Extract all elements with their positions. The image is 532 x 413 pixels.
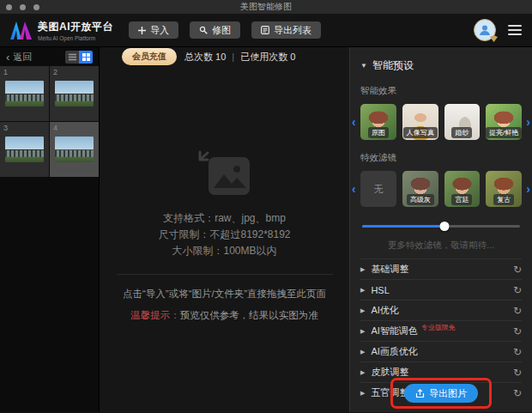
retouch-wand-icon [199, 26, 208, 34]
format-line: 支持格式：raw、jpg、bmp [158, 210, 290, 227]
back-button[interactable]: ‹ 返回 [6, 51, 32, 64]
adjustment-panel: ▼ 智能预设 智能效果 ‹ 原图 人像写真 婚纱 提亮/鲜艳 › [349, 47, 532, 412]
smart-preset-label: 智能预设 [372, 58, 414, 73]
reset-icon[interactable]: ↻ [513, 367, 522, 378]
chevron-right-icon: ▶ [360, 349, 365, 355]
chevron-right-icon: ▶ [360, 287, 365, 294]
thumbnail-photo [55, 81, 94, 106]
reset-icon[interactable]: ↻ [513, 264, 522, 275]
brand-subtitle: Meitu AI Open Platform [38, 35, 113, 41]
filters-label: 特效滤镜 [360, 152, 522, 164]
section-hsl[interactable]: ▶ HSL ↻ [360, 279, 522, 300]
import-button[interactable]: 导入 [129, 21, 178, 39]
usage-used: 已使用次数 0 [240, 51, 295, 64]
filter-tile-vintage[interactable]: 复古 [486, 171, 522, 207]
effect-tile-brighten[interactable]: 提亮/鲜艳 [486, 104, 522, 140]
titlebar: 美图智能修图 [0, 0, 532, 14]
drop-hint: 点击“导入”或将“图片/文件夹”直接拖拽至此页面 [123, 288, 326, 301]
dimension-line: 尺寸限制：不超过8192*8192 [158, 227, 290, 243]
thumbnail-grid: 1 2 3 4 [0, 66, 99, 177]
view-toggle [65, 51, 93, 64]
thumbnail-photo [5, 81, 44, 106]
filter-tile-label: 复古 [493, 194, 514, 205]
effect-tile-original[interactable]: 原图 [360, 104, 396, 140]
filter-tile-label: 高级灰 [407, 194, 434, 205]
thumbnail-number: 1 [3, 68, 8, 76]
toolbar: 美图AI开放平台 Meitu AI Open Platform 导入 修图 [0, 14, 532, 47]
effect-tile-bridal[interactable]: 婚纱 [444, 104, 481, 140]
import-button-label: 导入 [150, 24, 169, 37]
filter-tile-none[interactable]: 无 [360, 171, 396, 207]
section-label: 皮肤调整 [371, 366, 408, 379]
app-window: 美图智能修图 美图AI开放平台 Meitu AI Open Platform [0, 0, 532, 413]
avatar[interactable] [474, 19, 496, 41]
grid-view-icon [82, 53, 90, 61]
effect-tile-portrait[interactable]: 人像写真 [402, 104, 438, 140]
back-chevron-icon: ‹ [6, 52, 9, 63]
smart-effects-label: 智能效果 [360, 85, 522, 97]
filters-next-icon[interactable]: › [526, 183, 530, 195]
export-list-button[interactable]: 导出列表 [251, 21, 321, 39]
upload-requirements: 支持格式：raw、jpg、bmp 尺寸限制：不超过8192*8192 大小限制：… [158, 210, 290, 259]
sidebar-header: ‹ 返回 [0, 47, 99, 66]
section-ai-color-grading[interactable]: ▶ AI智能调色 专业版限免 ↻ [360, 320, 522, 341]
menu-button[interactable] [508, 25, 522, 35]
chevron-right-icon: ▶ [360, 266, 365, 273]
filter-tile-label: 无 [373, 183, 383, 196]
thumbnail-number: 3 [3, 124, 8, 132]
effect-tile-label: 人像写真 [403, 127, 438, 138]
back-label: 返回 [13, 51, 32, 64]
filters-prev-icon[interactable]: ‹ [352, 183, 356, 195]
reset-icon[interactable]: ↻ [513, 326, 522, 337]
chevron-right-icon: ▶ [360, 307, 365, 314]
thumbnail-photo [5, 137, 44, 162]
warm-tip-prefix: 温馨提示： [130, 310, 180, 320]
smart-preset-header[interactable]: ▼ 智能预设 [360, 58, 522, 73]
effects-next-icon[interactable]: › [526, 116, 530, 128]
retouch-button-label: 修图 [212, 24, 231, 37]
slider-thumb[interactable] [439, 222, 449, 231]
export-list-button-label: 导出列表 [274, 24, 311, 37]
section-ai-quality[interactable]: ▶ AI画质优化 ↻ [360, 341, 522, 361]
filter-tile-advanced-gray[interactable]: 高级灰 [402, 171, 438, 207]
membership-recharge-button[interactable]: 会员充值 [122, 48, 177, 65]
thumbnail-cell-3[interactable]: 3 [0, 122, 49, 177]
thumbnail-cell-1[interactable]: 1 [0, 66, 49, 121]
thumbnail-cell-2[interactable]: 2 [50, 66, 99, 121]
list-view-icon [69, 53, 76, 61]
reset-icon[interactable]: ↻ [513, 285, 522, 295]
warm-tip-text: 预览仅供参考，结果以实图为准 [180, 310, 318, 320]
export-image-button[interactable]: 导出图片 [404, 384, 478, 403]
image-placeholder-icon [196, 150, 253, 198]
list-view-button[interactable] [65, 51, 79, 64]
effects-prev-icon[interactable]: ‹ [352, 116, 356, 128]
meitu-logo-icon [10, 21, 32, 39]
usage-stats: 总次数 10 | 已使用次数 0 [184, 51, 295, 64]
filter-strength-slider[interactable] [362, 222, 520, 231]
more-filters-note: 更多特效滤镜，敬请期待... [360, 240, 522, 252]
reset-icon[interactable]: ↻ [513, 347, 522, 357]
warm-tip: 温馨提示：预览仅供参考，结果以实图为准 [130, 309, 318, 322]
plus-icon [138, 27, 146, 34]
retouch-button[interactable]: 修图 [190, 21, 240, 39]
thumbnail-number: 4 [53, 124, 57, 132]
section-label: AI智能调色 [371, 325, 417, 337]
effects-row: ‹ 原图 人像写真 婚纱 提亮/鲜艳 › [360, 104, 522, 140]
usage-separator: | [232, 52, 234, 62]
export-icon [415, 389, 425, 398]
filter-tile-palace[interactable]: 宫廷 [444, 171, 481, 207]
section-basic-adjust[interactable]: ▶ 基础调整 ↻ [360, 258, 522, 279]
toolbar-right [474, 19, 522, 41]
reset-icon[interactable]: ↻ [513, 306, 522, 316]
filesize-line: 大小限制：100MB以内 [158, 243, 290, 259]
section-ai-optimize[interactable]: ▶ AI优化 ↻ [360, 300, 522, 320]
grid-view-button[interactable] [79, 51, 93, 64]
thumbnail-cell-4[interactable]: 4 [50, 122, 99, 177]
image-dropzone[interactable]: 支持格式：raw、jpg、bmp 尺寸限制：不超过8192*8192 大小限制：… [100, 66, 349, 412]
section-label: HSL [371, 285, 389, 295]
brand: 美图AI开放平台 Meitu AI Open Platform [10, 20, 113, 41]
brand-name: 美图AI开放平台 [38, 20, 113, 34]
filters-row: ‹ 无 高级灰 宫廷 复古 › [360, 171, 522, 207]
export-area: 导出图片 [350, 378, 532, 409]
center-header: 会员充值 总次数 10 | 已使用次数 0 [100, 47, 349, 66]
